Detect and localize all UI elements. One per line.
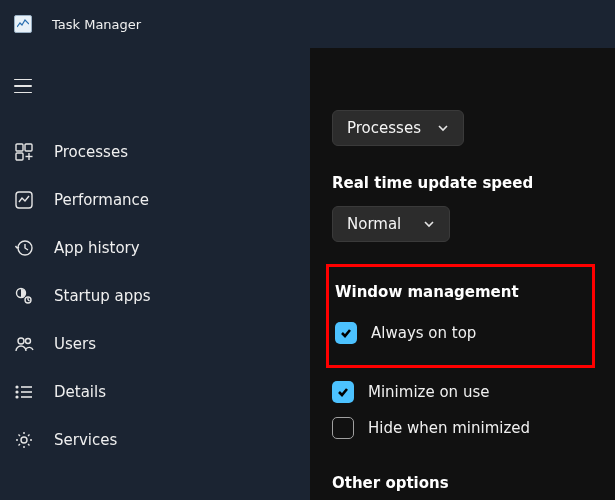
svg-point-13: [16, 386, 18, 388]
nav-item-performance[interactable]: Performance: [0, 176, 310, 224]
app-title: Task Manager: [52, 17, 141, 32]
option-label: Minimize on use: [368, 383, 489, 401]
other-options-heading: Other options: [332, 474, 591, 492]
nav-item-users[interactable]: Users: [0, 320, 310, 368]
nav-label: Startup apps: [54, 287, 151, 305]
users-icon: [14, 334, 34, 354]
svg-rect-2: [16, 153, 23, 160]
svg-point-15: [16, 391, 18, 393]
settings-panel: Processes Real time update speed Normal …: [310, 48, 615, 500]
window-management-heading: Window management: [335, 283, 582, 301]
nav-item-app-history[interactable]: App history: [0, 224, 310, 272]
update-speed-heading: Real time update speed: [332, 174, 591, 192]
checkbox-unchecked-icon: [332, 417, 354, 439]
nav-item-details[interactable]: Details: [0, 368, 310, 416]
services-icon: [14, 430, 34, 450]
option-label: Hide when minimized: [368, 419, 530, 437]
update-speed-dropdown[interactable]: Normal: [332, 206, 450, 242]
option-label: Always on top: [371, 324, 476, 342]
minimize-on-use-option[interactable]: Minimize on use: [332, 374, 591, 410]
nav-label: Performance: [54, 191, 149, 209]
checkbox-checked-icon: [335, 322, 357, 344]
nav-label: Details: [54, 383, 106, 401]
task-manager-icon: [14, 15, 32, 33]
svg-point-11: [18, 338, 24, 344]
performance-icon: [14, 190, 34, 210]
nav-item-startup-apps[interactable]: Startup apps: [0, 272, 310, 320]
chevron-down-icon: [423, 220, 435, 228]
highlight-annotation: Window management Always on top: [326, 264, 595, 368]
checkbox-checked-icon: [332, 381, 354, 403]
hamburger-menu-button[interactable]: [0, 66, 44, 106]
nav-label: Users: [54, 335, 96, 353]
nav-label: App history: [54, 239, 140, 257]
sidebar: Processes Performance App history Startu…: [0, 48, 310, 500]
details-icon: [14, 382, 34, 402]
dropdown-value: Processes: [347, 119, 421, 137]
hide-when-minimized-option[interactable]: Hide when minimized: [332, 410, 591, 446]
chevron-down-icon: [437, 124, 449, 132]
nav-label: Services: [54, 431, 117, 449]
startup-apps-icon: [14, 286, 34, 306]
nav-item-processes[interactable]: Processes: [0, 128, 310, 176]
titlebar: Task Manager: [0, 0, 615, 48]
svg-rect-0: [16, 144, 23, 151]
svg-line-10: [28, 300, 30, 301]
nav-label: Processes: [54, 143, 128, 161]
default-page-dropdown[interactable]: Processes: [332, 110, 464, 146]
processes-icon: [14, 142, 34, 162]
dropdown-value: Normal: [347, 215, 401, 233]
nav-item-services[interactable]: Services: [0, 416, 310, 464]
svg-point-19: [21, 437, 27, 443]
svg-point-12: [26, 339, 31, 344]
svg-rect-1: [25, 144, 32, 151]
app-history-icon: [14, 238, 34, 258]
always-on-top-option[interactable]: Always on top: [335, 315, 582, 351]
svg-point-17: [16, 396, 18, 398]
